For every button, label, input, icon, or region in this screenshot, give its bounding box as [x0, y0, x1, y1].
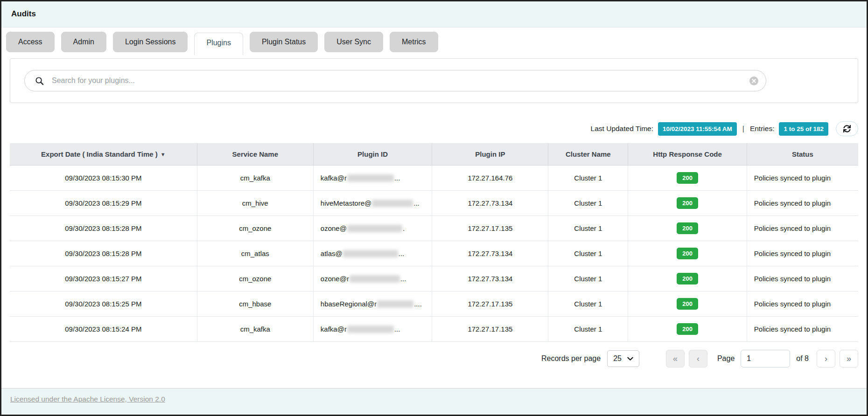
- clear-search-icon[interactable]: [749, 76, 758, 85]
- pagination-bar: Records per page 25 « ‹ Page of 8 › »: [10, 350, 858, 367]
- http-code-badge: 200: [677, 323, 698, 335]
- plugin-id-suffix: .: [403, 224, 405, 232]
- previous-page-button[interactable]: ‹: [689, 350, 707, 367]
- page-title: Audits: [11, 9, 857, 19]
- redacted-text: [377, 300, 413, 308]
- tab-access[interactable]: Access: [6, 32, 55, 52]
- column-header-cluster-name: Cluster Name: [548, 143, 628, 165]
- cell-export-date: 09/30/2023 08:15:28 PM: [10, 216, 197, 241]
- cell-export-date: 09/30/2023 08:15:30 PM: [10, 166, 197, 190]
- next-page-button[interactable]: ›: [817, 350, 835, 367]
- cell-http-response-code: 200: [628, 266, 747, 291]
- redacted-text: [347, 225, 402, 232]
- table-row: 09/30/2023 08:15:28 PM cm_ozone ozone@. …: [10, 216, 858, 241]
- page-number-input[interactable]: [741, 350, 790, 367]
- cell-http-response-code: 200: [628, 241, 747, 266]
- apache-license-link[interactable]: Licensed under the Apache License, Versi…: [10, 395, 165, 403]
- plugin-id-prefix: atlas@: [321, 250, 343, 257]
- cell-status: Policies synced to plugin: [747, 216, 858, 241]
- plugin-id-suffix: ...: [413, 199, 420, 207]
- cell-plugin-id: atlas@...: [314, 241, 433, 266]
- plugins-audit-table: Export Date ( India Standard Time )▼Serv…: [10, 143, 858, 342]
- cell-export-date: 09/30/2023 08:15:25 PM: [10, 291, 197, 316]
- cell-cluster-name: Cluster 1: [548, 216, 628, 241]
- column-header-service-name: Service Name: [197, 143, 314, 165]
- cell-cluster-name: Cluster 1: [548, 191, 628, 215]
- search-input[interactable]: [52, 76, 742, 85]
- column-header-plugin-ip: Plugin IP: [432, 143, 548, 165]
- page-label: Page: [717, 354, 735, 363]
- http-code-badge: 200: [677, 273, 698, 284]
- table-row: 09/30/2023 08:15:27 PM cm_ozone ozone@r.…: [10, 266, 858, 291]
- cell-status: Policies synced to plugin: [747, 291, 858, 316]
- cell-status: Policies synced to plugin: [747, 166, 858, 190]
- cell-plugin-id: kafka@r...: [314, 317, 433, 341]
- column-header-http-response-code: Http Response Code: [628, 143, 747, 165]
- table-row: 09/30/2023 08:15:24 PM cm_kafka kafka@r.…: [10, 317, 858, 342]
- http-code-badge: 200: [677, 222, 698, 234]
- redacted-text: [347, 326, 394, 333]
- table-body: 09/30/2023 08:15:30 PM cm_kafka kafka@r.…: [10, 165, 858, 342]
- http-code-badge: 200: [677, 197, 698, 209]
- tab-plugin-status[interactable]: Plugin Status: [250, 32, 318, 52]
- page-footer: Licensed under the Apache License, Versi…: [1, 388, 867, 415]
- cell-cluster-name: Cluster 1: [548, 317, 628, 341]
- plugin-id-prefix: kafka@r: [321, 174, 347, 182]
- redacted-text: [347, 174, 394, 182]
- refresh-button[interactable]: [836, 121, 858, 136]
- tab-metrics[interactable]: Metrics: [390, 32, 438, 52]
- first-page-button[interactable]: «: [666, 350, 685, 367]
- table-row: 09/30/2023 08:15:29 PM cm_hive hiveMetas…: [10, 191, 858, 216]
- cell-http-response-code: 200: [628, 216, 747, 241]
- cell-service-name: cm_hive: [197, 191, 314, 215]
- search-box[interactable]: [24, 70, 766, 91]
- http-code-badge: 200: [677, 172, 698, 184]
- redacted-text: [372, 200, 413, 207]
- cell-status: Policies synced to plugin: [747, 266, 858, 291]
- entries-label: Entries:: [750, 125, 775, 133]
- table-row: 09/30/2023 08:15:28 PM cm_atlas atlas@..…: [10, 241, 858, 266]
- plugin-id-suffix: ...: [400, 275, 406, 283]
- redacted-text: [350, 275, 400, 283]
- cell-plugin-ip: 172.27.17.135: [432, 317, 548, 341]
- tab-plugins[interactable]: Plugins: [194, 33, 243, 55]
- page-header: Audits: [1, 1, 867, 28]
- cell-cluster-name: Cluster 1: [548, 266, 628, 291]
- column-header-status: Status: [747, 143, 858, 165]
- plugin-id-prefix: hiveMetastore@: [321, 199, 371, 207]
- cell-cluster-name: Cluster 1: [548, 166, 628, 190]
- audits-page: Audits AccessAdminLogin SessionsPluginsP…: [0, 0, 868, 416]
- records-per-page-value: 25: [613, 354, 622, 363]
- table-row: 09/30/2023 08:15:25 PM cm_hbase hbaseReg…: [10, 291, 858, 317]
- records-per-page-label: Records per page: [541, 354, 601, 363]
- cell-plugin-id: ozone@.: [314, 216, 433, 241]
- sort-descending-icon: ▼: [161, 152, 166, 157]
- last-page-button[interactable]: »: [840, 350, 858, 367]
- cell-http-response-code: 200: [628, 317, 747, 341]
- column-header-export-date-india-standard-time[interactable]: Export Date ( India Standard Time )▼: [10, 143, 197, 165]
- tab-login-sessions[interactable]: Login Sessions: [113, 32, 188, 52]
- cell-plugin-id: ozone@r...: [314, 266, 433, 291]
- cell-http-response-code: 200: [628, 191, 747, 215]
- cell-service-name: cm_kafka: [197, 317, 314, 341]
- plugin-id-prefix: kafka@r: [321, 325, 347, 333]
- cell-status: Policies synced to plugin: [747, 241, 858, 266]
- search-icon: [35, 76, 44, 85]
- cell-status: Policies synced to plugin: [747, 317, 858, 341]
- cell-export-date: 09/30/2023 08:15:24 PM: [10, 317, 197, 341]
- plugin-id-suffix: ...: [394, 174, 400, 182]
- cell-plugin-id: hiveMetastore@...: [314, 191, 433, 215]
- cell-cluster-name: Cluster 1: [548, 291, 628, 316]
- entries-badge: 1 to 25 of 182: [779, 122, 828, 136]
- http-code-badge: 200: [677, 248, 698, 259]
- records-per-page-select[interactable]: 25: [607, 350, 639, 367]
- plugin-id-suffix: ...: [394, 325, 400, 333]
- chevron-down-icon: [627, 357, 633, 361]
- cell-plugin-ip: 172.27.73.134: [432, 266, 548, 291]
- audit-tabs: AccessAdminLogin SessionsPluginsPlugin S…: [1, 28, 867, 52]
- plugin-id-prefix: ozone@r: [321, 275, 349, 283]
- last-updated-label: Last Updated Time:: [591, 125, 653, 133]
- tab-admin[interactable]: Admin: [61, 32, 106, 52]
- table-row: 09/30/2023 08:15:30 PM cm_kafka kafka@r.…: [10, 165, 858, 191]
- tab-user-sync[interactable]: User Sync: [324, 32, 383, 52]
